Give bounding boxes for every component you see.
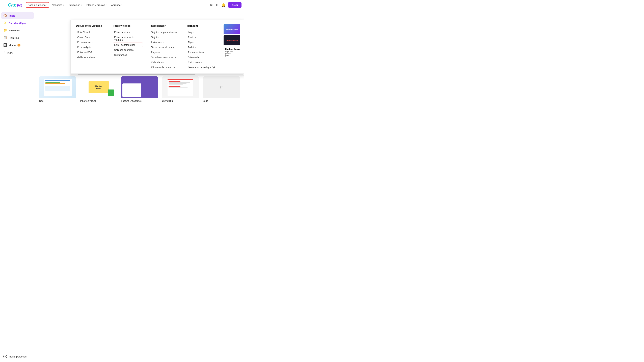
- card-factura-thumbnail: [121, 76, 158, 98]
- sidebar-item-marca[interactable]: 🔲 Marca 👑: [1, 41, 34, 49]
- dropdown-item-playeras[interactable]: Playeras: [150, 50, 180, 55]
- crown-badge: 👑: [18, 43, 20, 46]
- nav-educacion[interactable]: Educación ▾: [66, 2, 84, 8]
- dropdown-item-tarjetas-pres[interactable]: Tarjetas de presentación: [150, 30, 180, 34]
- create-button[interactable]: Crear: [228, 2, 242, 8]
- nav-educacion-label: Educación: [68, 3, 80, 6]
- nav-planes[interactable]: Planes y precios ▾: [84, 2, 108, 8]
- card-doc-title: Doc: [39, 99, 44, 102]
- sidebar-item-plantillas[interactable]: 📋 Plantillas: [1, 34, 34, 41]
- dropdown-item-video[interactable]: Editor de video: [113, 30, 143, 34]
- dropdown-item-sitios[interactable]: Sitios web: [187, 55, 217, 60]
- chevron-right-icon: ›: [165, 25, 166, 27]
- sidebar-item-proyectos-label: Proyectos: [9, 29, 20, 32]
- sidebar-item-estudio[interactable]: ✨ Estudio Mágico: [1, 19, 34, 26]
- col-header-fotos: Fotos y videos: [113, 24, 143, 27]
- horizontal-scrollbar[interactable]: [70, 73, 244, 75]
- home-icon: 🏠: [3, 14, 7, 17]
- dropdown-item-tarjetas[interactable]: Tarjetas: [150, 35, 180, 39]
- card-curriculum-thumbnail: [162, 76, 199, 98]
- sidebar-item-inicio[interactable]: 🏠 Inicio: [1, 12, 34, 19]
- dropdown-col-impresiones: Impresiones › Tarjetas de presentación T…: [150, 24, 180, 70]
- dropdown-item-folletos[interactable]: Folletos: [187, 45, 217, 50]
- dropdown-item-collages[interactable]: Collages con fotos: [113, 48, 143, 52]
- monitor-icon[interactable]: 🖥: [210, 3, 213, 7]
- dropdown-menu: Documentos visuales Suite Visual Canva D…: [70, 20, 244, 76]
- dropdown-item-suite[interactable]: Suite Visual: [76, 30, 106, 34]
- nav-negocios-label: Negocios: [52, 3, 62, 6]
- dropdown-col-documentos: Documentos visuales Suite Visual Canva D…: [76, 24, 106, 70]
- nav-foco-label: Foco del diseño: [28, 3, 46, 6]
- sidebar-item-plantillas-label: Plantillas: [9, 36, 19, 39]
- bell-icon[interactable]: 🔔: [221, 3, 226, 7]
- dropdown-item-sudaderas[interactable]: Sudaderas con capucha: [150, 55, 180, 60]
- dropdown-item-qr[interactable]: Generador de códigos QR: [187, 65, 217, 70]
- sidebar-item-estudio-label: Estudio Mágico: [9, 22, 27, 24]
- dropdown-item-posters[interactable]: Posters: [187, 35, 217, 39]
- content-area: Documentos visuales Suite Visual Canva D…: [35, 10, 244, 362]
- dropdown-item-quitafondos[interactable]: Quitafondos: [113, 53, 143, 57]
- card-pizarron-title: Pizarrón virtual: [80, 99, 96, 102]
- dropdown-item-calcomanias[interactable]: Calcomanías: [187, 60, 217, 65]
- sidebar-item-proyectos[interactable]: 📁 Proyectos: [1, 27, 34, 34]
- nav-foco-diseno[interactable]: Foco del diseño ▾: [26, 2, 49, 8]
- sidebar-item-inicio-label: Inicio: [9, 14, 15, 17]
- dropdown-item-pdf[interactable]: Editor de PDF: [76, 50, 106, 55]
- explore-subtitle: Elige unaplantillapara...: [225, 51, 240, 57]
- dropdown-right-panel: Team Meeting Agenda THE GREAT VINYL SALE…: [224, 24, 240, 70]
- col-header-impresiones: Impresiones ›: [150, 24, 180, 27]
- right-thumb-1: Team Meeting Agenda: [224, 24, 240, 34]
- invite-label: Invitar personas: [9, 355, 27, 358]
- thumb-blue-content: Team Meeting Agenda: [224, 24, 240, 34]
- dropdown-item-tazas[interactable]: Tazas personalizadas: [150, 45, 180, 50]
- dropdown-item-graficas[interactable]: Gráficas y tablas: [76, 55, 106, 60]
- dropdown-item-invitaciones[interactable]: Invitaciones: [150, 40, 180, 44]
- card-logo-title: Logo: [203, 99, 208, 102]
- menu-icon[interactable]: ☰: [3, 3, 6, 7]
- dropdown-item-docs[interactable]: Canva Docs: [76, 35, 106, 39]
- sidebar-item-apps[interactable]: ⠿ Apps: [1, 49, 34, 56]
- right-thumbnails: Team Meeting Agenda THE GREAT VINYL SALE…: [224, 24, 240, 58]
- folder-icon: 📁: [3, 28, 7, 32]
- dropdown-col-fotos: Fotos y videos Editor de video Editor de…: [113, 24, 143, 70]
- sidebar-item-apps-label: Apps: [7, 51, 13, 54]
- chevron-down-icon: ▾: [63, 4, 64, 6]
- chevron-down-icon: ▾: [121, 4, 122, 6]
- cards-area: Doc Haz tusideas Pizarrón virtual: [35, 74, 244, 105]
- right-thumb-2: THE GREAT VINYL SALE: [224, 35, 240, 45]
- col-header-marketing: Marketing: [187, 24, 217, 27]
- card-curriculum[interactable]: Currículum: [162, 76, 199, 102]
- card-doc-thumbnail: [39, 76, 76, 98]
- nav-aprende[interactable]: Aprende ▾: [109, 2, 124, 8]
- card-pizarron[interactable]: Haz tusideas Pizarrón virtual: [80, 76, 117, 102]
- main-nav: Foco del diseño ▾ Negocios ▾ Educación ▾…: [26, 2, 210, 8]
- dropdown-col-marketing: Marketing Logos Posters Flyers Folletos …: [187, 24, 217, 70]
- invite-persons-button[interactable]: + Invitar personas: [1, 353, 34, 360]
- explore-text-block: Explora Canva Elige unaplantillapara...: [225, 46, 240, 58]
- dropdown-item-redes[interactable]: Redes sociales: [187, 50, 217, 55]
- plus-icon: +: [3, 355, 7, 358]
- card-doc[interactable]: Doc: [39, 76, 76, 102]
- dropdown-item-fotografias[interactable]: Editor de fotografías: [113, 42, 143, 47]
- dropdown-item-pizarra[interactable]: Pizarra digital: [76, 45, 106, 50]
- chevron-down-icon: ▾: [106, 4, 106, 6]
- dropdown-item-logos[interactable]: Logos: [187, 30, 217, 34]
- brand-icon: 🔲: [3, 43, 7, 47]
- col-header-documentos: Documentos visuales: [76, 24, 106, 27]
- dropdown-item-flyers[interactable]: Flyers: [187, 40, 217, 44]
- dropdown-item-etiquetas[interactable]: Etiquetas de productos: [150, 65, 180, 70]
- card-factura[interactable]: Factura (Adaptativo): [121, 76, 158, 102]
- gear-icon[interactable]: ⚙: [216, 3, 219, 7]
- dropdown-item-calendarios[interactable]: Calendarios: [150, 60, 180, 65]
- nav-planes-label: Planes y precios: [86, 3, 105, 6]
- dropdown-item-youtube[interactable]: Editor de videos de Youtube: [113, 35, 143, 42]
- nav-negocios[interactable]: Negocios ▾: [50, 2, 66, 8]
- canva-logo[interactable]: Canva: [8, 2, 22, 8]
- apps-icon: ⠿: [3, 51, 6, 54]
- magic-icon: ✨: [3, 21, 7, 25]
- card-factura-title: Factura (Adaptativo): [121, 99, 142, 102]
- card-curriculum-title: Currículum: [162, 99, 174, 102]
- dropdown-item-presentaciones[interactable]: Presentaciones: [76, 40, 106, 44]
- card-logo[interactable]: 🏷 Logo: [203, 76, 240, 102]
- thumb-dark-content: THE GREAT VINYL SALE: [224, 35, 240, 45]
